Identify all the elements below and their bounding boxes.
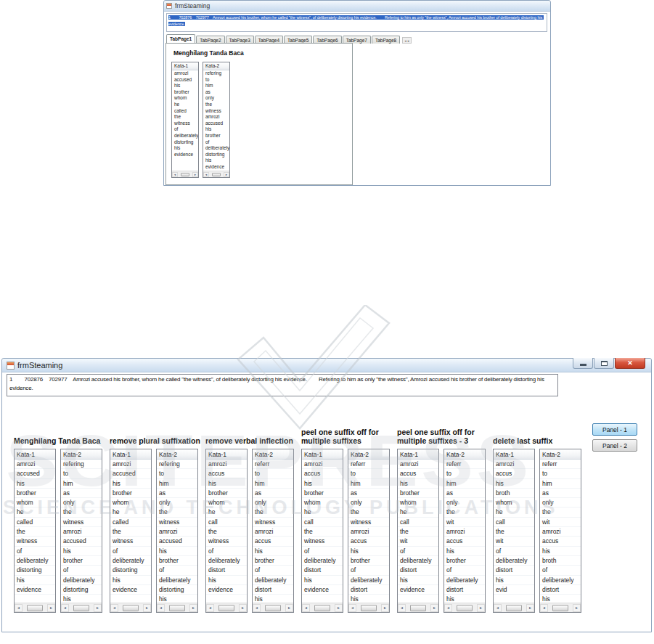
list-item[interactable]: his [444,547,485,556]
list-item[interactable]: he [15,508,55,517]
list-item[interactable]: deliberately [61,576,102,585]
kata2-listview[interactable]: Kata-2 referrtohimasonlythewitamroziaccu… [539,449,581,613]
list-item[interactable]: amrozi [494,460,534,469]
list-item[interactable]: amrozi [348,527,389,537]
list-item[interactable]: whom [172,95,198,102]
list-item[interactable]: deliberately [203,145,229,152]
list-item[interactable]: of [398,547,438,556]
list-item[interactable]: accused [157,537,197,546]
list-item[interactable]: call [302,518,343,527]
scroll-right-icon[interactable]: ► [477,604,485,612]
list-item[interactable]: of [302,547,343,556]
list-item[interactable]: the [157,508,197,517]
kata2-listview[interactable]: Kata-2 referingtohimasonlythewitnessamro… [203,62,230,178]
list-item[interactable]: his [203,126,229,133]
scroll-thumb[interactable] [181,173,189,176]
kata2-column-header[interactable]: Kata-2 [157,449,197,460]
scroll-right-icon[interactable]: ► [47,604,55,612]
list-item[interactable]: wit [398,537,438,546]
list-item[interactable]: his [61,547,102,556]
list-item[interactable]: to [348,469,389,478]
scroll-thumb[interactable] [169,605,185,611]
list-item[interactable]: deliberately [348,576,389,585]
list-item[interactable]: call [494,518,534,527]
list-item[interactable]: brother [348,556,389,566]
scroll-left-icon[interactable]: ◄ [61,604,69,612]
list-item[interactable]: called [110,518,151,527]
list-item[interactable]: of [15,547,55,556]
list-item[interactable]: his [172,145,198,152]
list-item[interactable]: his [253,595,293,603]
kata1-listview[interactable]: Kata-1 amroziaccusedhisbrotherwhomhecall… [110,449,152,613]
list-item[interactable]: brother [253,556,293,566]
list-item[interactable]: brother [172,89,198,96]
kata2-column-header[interactable]: Kata-2 [444,449,485,460]
list-item[interactable]: his [203,158,229,164]
list-item[interactable]: refering [203,70,229,77]
kata1-listview[interactable]: Kata-1 amroziaccushisbrotherwhomhecallth… [301,449,343,613]
list-item[interactable]: the [302,527,343,537]
list-item[interactable]: call [206,518,247,527]
list-item[interactable]: deliberately [540,576,581,585]
list-item[interactable]: amrozi [540,527,581,537]
list-item[interactable]: him [540,479,581,489]
list-item[interactable]: evidence [302,585,343,595]
list-item[interactable]: only [540,498,581,508]
list-item[interactable]: the [398,527,438,537]
panel-1-button[interactable]: Panel - 1 [592,423,637,436]
list-item[interactable]: deliberately [110,556,151,566]
list-item[interactable]: as [203,89,229,96]
close-button[interactable]: ✕ [615,358,645,369]
kata1-column-header[interactable]: Kata-1 [15,449,55,460]
list-item[interactable]: brother [203,133,229,139]
scroll-right-icon[interactable]: ► [285,604,293,612]
list-item[interactable]: distorting [15,566,55,575]
scroll-track[interactable] [452,605,477,611]
scroll-left-icon[interactable]: ◄ [15,604,23,612]
list-item[interactable]: as [157,489,197,498]
list-item[interactable]: brother [302,489,343,498]
list-item[interactable]: him [203,83,229,89]
list-item[interactable]: him [253,479,293,489]
list-item[interactable]: his [494,479,534,489]
list-item[interactable]: accus [302,469,343,478]
list-item[interactable]: only [348,498,389,508]
list-item[interactable]: of [203,139,229,146]
scroll-thumb[interactable] [552,605,568,611]
list-item[interactable]: amrozi [302,460,343,469]
scroll-right-icon[interactable]: ► [192,172,198,177]
list-item[interactable]: deliberately [253,576,293,585]
scroll-left-icon[interactable]: ◄ [348,604,356,612]
list-item[interactable]: his [157,547,197,556]
list-item[interactable]: accus [540,537,581,546]
list-item[interactable]: called [172,108,198,115]
list-item[interactable]: deliberately [172,133,198,139]
list-item[interactable]: brother [61,556,102,566]
kata2-listview[interactable]: Kata-2 referrtohimasonlythewitnessamrozi… [348,449,390,613]
list-item[interactable]: of [540,566,581,575]
scroll-track[interactable] [261,605,285,611]
list-item[interactable]: referr [444,460,485,469]
list-item[interactable]: distort [540,585,581,595]
list-item[interactable]: the [253,508,293,517]
scroll-track[interactable] [502,605,526,611]
scroll-right-icon[interactable]: ► [430,604,438,612]
list-item[interactable]: deliberately [494,556,534,566]
list-item[interactable]: to [444,469,485,478]
list-item[interactable]: referr [253,460,293,469]
list-item[interactable]: as [444,489,485,498]
list-item[interactable]: amrozi [206,460,247,469]
scroll-track[interactable] [209,173,224,176]
list-item[interactable]: whom [398,498,438,508]
horizontal-scrollbar[interactable]: ◄ ► [540,603,581,612]
minimize-button[interactable] [573,358,593,369]
list-item[interactable]: distort [302,566,343,575]
horizontal-scrollbar[interactable]: ◄ ► [348,603,389,612]
list-item[interactable]: only [253,498,293,508]
kata2-listview[interactable]: Kata-2 referingtohimasonlythewitnessamro… [60,449,102,613]
list-item[interactable]: he [398,508,438,517]
scroll-thumb[interactable] [265,605,281,611]
list-item[interactable]: amrozi [398,460,438,469]
tab-scroll-left-icon[interactable]: ◂ [404,38,406,43]
list-item[interactable]: his [172,83,198,89]
